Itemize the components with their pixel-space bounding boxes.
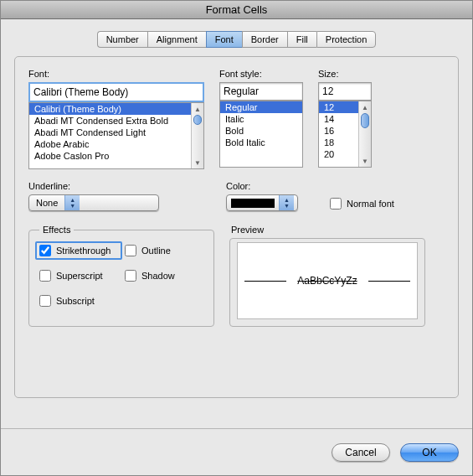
chevron-down-icon[interactable]: ▼ bbox=[192, 157, 203, 168]
color-swatch bbox=[231, 199, 275, 208]
updown-icon: ▲▼ bbox=[279, 195, 294, 210]
cancel-button[interactable]: Cancel bbox=[332, 443, 390, 462]
font-listbox[interactable]: Calibri (Theme Body) Abadi MT Condensed … bbox=[28, 102, 204, 169]
list-item[interactable]: Calibri (Theme Body) bbox=[29, 103, 203, 115]
dialog-title: Format Cells bbox=[1, 1, 472, 19]
list-item[interactable]: Adobe Caslon Pro bbox=[29, 150, 203, 162]
scrollbar[interactable]: ▲ ▼ bbox=[358, 101, 371, 167]
size-label: Size: bbox=[318, 69, 372, 79]
list-item[interactable]: Adobe Arabic bbox=[29, 138, 203, 150]
color-combo[interactable]: ▲▼ bbox=[226, 194, 298, 211]
chevron-up-icon[interactable]: ▲ bbox=[359, 101, 371, 113]
size-listbox[interactable]: 12 14 16 18 20 ▲ ▼ bbox=[318, 101, 372, 168]
strikethrough-checkbox[interactable]: Strikethrough bbox=[35, 241, 122, 260]
color-label: Color: bbox=[226, 181, 318, 191]
effects-legend: Effects bbox=[39, 225, 74, 235]
subscript-checkbox[interactable]: Subscript bbox=[39, 295, 118, 307]
preview-box: AaBbCcYyZz bbox=[229, 238, 425, 327]
list-item[interactable]: Abadi MT Condensed Light bbox=[29, 127, 203, 138]
chevron-up-icon[interactable]: ▲ bbox=[192, 103, 203, 115]
tab-alignment[interactable]: Alignment bbox=[147, 31, 206, 48]
scrollbar[interactable]: ▲ ▼ bbox=[191, 103, 203, 168]
dialog-content: Number Alignment Font Border Fill Protec… bbox=[1, 19, 472, 428]
chevron-down-icon[interactable]: ▼ bbox=[359, 155, 371, 167]
underline-label: Underline: bbox=[28, 181, 162, 191]
format-cells-dialog: Format Cells Number Alignment Font Borde… bbox=[0, 0, 473, 476]
baseline-rule bbox=[244, 281, 286, 282]
superscript-checkbox[interactable]: Superscript bbox=[39, 270, 118, 282]
baseline-rule bbox=[368, 281, 410, 282]
font-style-listbox[interactable]: Regular Italic Bold Bold Italic bbox=[219, 101, 303, 168]
list-item[interactable]: Regular bbox=[220, 101, 302, 113]
ok-button[interactable]: OK bbox=[400, 443, 459, 462]
font-style-input[interactable] bbox=[219, 82, 303, 101]
font-label: Font: bbox=[28, 69, 204, 79]
outline-checkbox[interactable]: Outline bbox=[125, 245, 203, 256]
size-input[interactable] bbox=[318, 82, 372, 101]
preview-text: AaBbCcYyZz bbox=[297, 275, 357, 287]
tab-bar: Number Alignment Font Border Fill Protec… bbox=[14, 31, 459, 48]
normal-font-checkbox[interactable]: Normal font bbox=[330, 198, 394, 210]
tab-font[interactable]: Font bbox=[206, 31, 242, 48]
list-item[interactable]: Abadi MT Condensed Extra Bold bbox=[29, 115, 203, 127]
list-item[interactable]: Bold bbox=[220, 125, 302, 137]
preview-area: AaBbCcYyZz bbox=[237, 242, 418, 319]
list-item[interactable]: Italic bbox=[220, 113, 302, 125]
tab-fill[interactable]: Fill bbox=[287, 31, 316, 48]
font-input[interactable] bbox=[28, 82, 204, 102]
underline-combo[interactable]: None ▲▼ bbox=[28, 194, 159, 211]
dialog-footer: Cancel OK bbox=[1, 428, 472, 475]
tab-number[interactable]: Number bbox=[97, 31, 147, 48]
shadow-checkbox[interactable]: Shadow bbox=[125, 270, 203, 282]
updown-icon: ▲▼ bbox=[64, 195, 80, 210]
effects-group: Effects Strikethrough Outline Supersc bbox=[28, 225, 214, 327]
tab-border[interactable]: Border bbox=[242, 31, 287, 48]
font-style-label: Font style: bbox=[219, 69, 303, 79]
list-item[interactable]: Bold Italic bbox=[220, 137, 302, 148]
tab-protection[interactable]: Protection bbox=[316, 31, 377, 48]
preview-label: Preview bbox=[231, 225, 425, 235]
font-panel: Font: Calibri (Theme Body) Abadi MT Cond… bbox=[14, 56, 459, 398]
